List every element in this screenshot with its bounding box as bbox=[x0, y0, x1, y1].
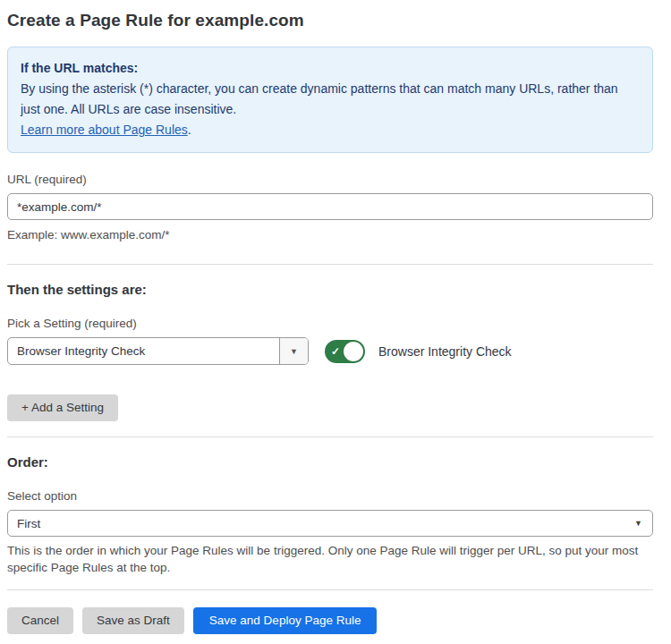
info-box-heading: If the URL matches: bbox=[21, 58, 640, 79]
settings-section-heading: Then the settings are: bbox=[7, 282, 653, 297]
order-select[interactable]: First ▼ bbox=[7, 510, 653, 537]
setting-select-arrow-button[interactable]: ▼ bbox=[279, 338, 308, 364]
setting-select-value: Browser Integrity Check bbox=[8, 338, 279, 364]
caret-down-icon: ▼ bbox=[290, 347, 298, 356]
footer-buttons: Cancel Save as Draft Save and Deploy Pag… bbox=[7, 607, 653, 634]
order-section-heading: Order: bbox=[7, 454, 653, 470]
page-title: Create a Page Rule for example.com bbox=[7, 11, 653, 30]
setting-row: Browser Integrity Check ▼ ✓ Browser Inte… bbox=[7, 337, 653, 365]
add-setting-button[interactable]: + Add a Setting bbox=[7, 394, 118, 421]
order-select-value: First bbox=[17, 517, 40, 530]
check-icon: ✓ bbox=[331, 346, 340, 357]
setting-picker-label: Pick a Setting (required) bbox=[7, 317, 653, 330]
divider bbox=[7, 589, 653, 590]
info-box-link-line: Learn more about Page Rules. bbox=[21, 120, 640, 140]
toggle-label: Browser Integrity Check bbox=[378, 344, 512, 359]
save-as-draft-button[interactable]: Save as Draft bbox=[82, 607, 184, 634]
divider bbox=[7, 264, 653, 265]
url-example-text: Example: www.example.com/* bbox=[7, 226, 653, 243]
order-select-label: Select option bbox=[7, 489, 653, 503]
url-match-info-box: If the URL matches: By using the asteris… bbox=[7, 47, 653, 153]
caret-down-icon: ▼ bbox=[634, 519, 642, 528]
info-box-body: By using the asterisk (*) character, you… bbox=[21, 79, 640, 120]
link-period: . bbox=[188, 123, 191, 137]
browser-integrity-toggle[interactable]: ✓ bbox=[325, 340, 365, 363]
cancel-button[interactable]: Cancel bbox=[7, 607, 73, 634]
order-helper-text: This is the order in which your Page Rul… bbox=[7, 542, 653, 576]
divider bbox=[7, 436, 653, 437]
setting-select[interactable]: Browser Integrity Check ▼ bbox=[7, 337, 309, 365]
page-rule-form: Create a Page Rule for example.com If th… bbox=[0, 0, 671, 634]
url-field-label: URL (required) bbox=[7, 173, 653, 186]
learn-more-link[interactable]: Learn more about Page Rules bbox=[21, 123, 188, 137]
url-input[interactable] bbox=[7, 193, 653, 220]
save-and-deploy-button[interactable]: Save and Deploy Page Rule bbox=[193, 607, 378, 634]
toggle-knob bbox=[344, 342, 363, 361]
